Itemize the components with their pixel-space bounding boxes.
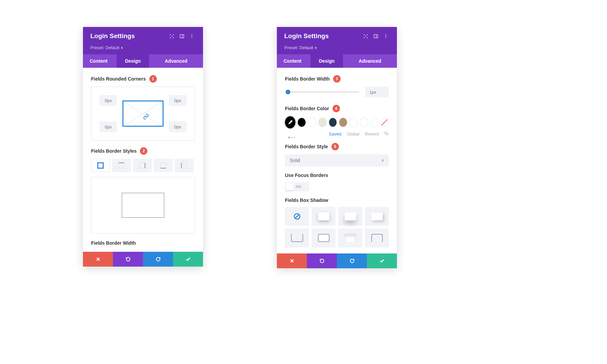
more-icon[interactable] bbox=[187, 32, 196, 40]
border-style-select[interactable]: Solid ▲▼ bbox=[285, 154, 389, 166]
preset-caret-icon: ▲▼ bbox=[121, 47, 123, 49]
toggle-label: NO bbox=[296, 185, 301, 189]
shadow-option[interactable] bbox=[312, 229, 336, 247]
svg-point-5 bbox=[192, 37, 192, 38]
color-swatch[interactable] bbox=[360, 118, 368, 127]
cancel-button[interactable] bbox=[83, 252, 113, 267]
color-swatch[interactable] bbox=[370, 118, 379, 127]
svg-rect-15 bbox=[181, 163, 187, 168]
shadow-option[interactable] bbox=[312, 207, 336, 226]
svg-point-0 bbox=[171, 36, 172, 37]
svg-point-20 bbox=[385, 34, 386, 35]
preset-selector[interactable]: Preset: Default ▲▼ bbox=[277, 45, 397, 54]
svg-line-24 bbox=[295, 214, 299, 219]
palette-tab-global[interactable]: Global bbox=[347, 131, 359, 136]
color-swatch[interactable] bbox=[349, 118, 358, 127]
corner-preview bbox=[122, 100, 164, 127]
label-text: Fields Border Style bbox=[285, 144, 328, 149]
label-text: Fields Rounded Corners bbox=[91, 76, 146, 82]
palette-tab-saved[interactable]: Saved bbox=[329, 131, 341, 136]
callout-4: 4 bbox=[333, 105, 340, 112]
corner-bottom-right-input[interactable]: 0px bbox=[169, 121, 186, 132]
callout-3: 3 bbox=[333, 75, 341, 83]
eyedropper-swatch[interactable] bbox=[285, 116, 295, 128]
login-settings-panel-right: Login Settings Preset: Default ▲▼ Conten… bbox=[277, 27, 397, 268]
color-swatch[interactable] bbox=[318, 118, 327, 127]
preset-selector[interactable]: Preset: Default ▲▼ bbox=[83, 45, 203, 54]
section-box-shadow: Fields Box Shadow bbox=[285, 198, 389, 203]
tab-advanced[interactable]: Advanced bbox=[343, 54, 397, 68]
redo-button[interactable] bbox=[143, 252, 173, 267]
border-style-all[interactable] bbox=[91, 159, 110, 172]
border-style-bottom[interactable] bbox=[154, 159, 173, 172]
tab-content[interactable]: Content bbox=[83, 54, 117, 68]
sidebar-icon[interactable] bbox=[371, 32, 380, 40]
color-swatch[interactable] bbox=[329, 118, 337, 127]
svg-rect-18 bbox=[374, 34, 377, 38]
box-shadow-options bbox=[285, 207, 389, 247]
border-style-right[interactable] bbox=[133, 159, 152, 172]
panel-header: Login Settings bbox=[277, 27, 397, 45]
select-value: Solid bbox=[290, 158, 300, 163]
slider-thumb[interactable] bbox=[286, 90, 290, 94]
save-button[interactable] bbox=[173, 252, 203, 267]
shadow-option-none[interactable] bbox=[285, 207, 309, 226]
border-width-slider[interactable] bbox=[285, 91, 359, 93]
tab-design[interactable]: Design bbox=[117, 54, 149, 68]
svg-rect-1 bbox=[180, 34, 183, 38]
panel-footer bbox=[83, 252, 203, 267]
panel-footer bbox=[277, 253, 397, 268]
shadow-option[interactable] bbox=[365, 207, 389, 226]
svg-point-22 bbox=[385, 37, 386, 38]
shadow-option[interactable] bbox=[338, 229, 362, 247]
callout-5: 5 bbox=[331, 143, 339, 150]
palette-settings-icon[interactable] bbox=[384, 131, 389, 137]
section-border-style: Fields Border Style 5 bbox=[285, 143, 389, 150]
redo-button[interactable] bbox=[337, 253, 367, 268]
border-width-input[interactable]: 1px bbox=[365, 87, 389, 97]
panel-body: Fields Rounded Corners 1 0px 0px 0px 0px… bbox=[83, 68, 203, 252]
border-style-options bbox=[91, 159, 195, 172]
color-swatch[interactable] bbox=[339, 118, 347, 127]
panel-header: Login Settings bbox=[83, 27, 203, 45]
palette-tab-recent[interactable]: Recent bbox=[365, 131, 379, 136]
tab-advanced[interactable]: Advanced bbox=[149, 54, 203, 68]
expand-icon[interactable] bbox=[361, 32, 370, 40]
label-text: Use Focus Borders bbox=[285, 173, 328, 178]
undo-button[interactable] bbox=[307, 253, 337, 268]
color-palette-tabs: Saved Global Recent bbox=[329, 131, 389, 137]
svg-rect-8 bbox=[98, 163, 103, 168]
svg-rect-11 bbox=[140, 163, 145, 168]
svg-point-3 bbox=[192, 34, 192, 35]
more-icon[interactable] bbox=[381, 32, 390, 40]
shadow-option[interactable] bbox=[338, 207, 362, 226]
tab-design[interactable]: Design bbox=[311, 54, 343, 68]
border-preview bbox=[91, 177, 195, 234]
corner-top-right-input[interactable]: 0px bbox=[169, 95, 186, 106]
save-button[interactable] bbox=[367, 253, 397, 268]
undo-button[interactable] bbox=[113, 252, 143, 267]
tabs: Content Design Advanced bbox=[83, 54, 203, 68]
sidebar-icon[interactable] bbox=[177, 32, 186, 40]
tabs: Content Design Advanced bbox=[277, 54, 397, 68]
header-icons bbox=[361, 32, 390, 40]
color-swatch[interactable] bbox=[308, 118, 316, 127]
color-swatch-transparent[interactable] bbox=[380, 118, 389, 127]
border-style-left[interactable] bbox=[175, 159, 194, 172]
shadow-option[interactable] bbox=[365, 229, 389, 247]
preset-caret-icon: ▲▼ bbox=[315, 47, 317, 49]
border-style-top[interactable] bbox=[112, 159, 131, 172]
palette-paging-dots[interactable] bbox=[288, 137, 295, 138]
tab-content[interactable]: Content bbox=[277, 54, 311, 68]
corner-bottom-left-input[interactable]: 0px bbox=[99, 121, 117, 132]
shadow-option[interactable] bbox=[285, 229, 309, 247]
preset-label: Preset: Default bbox=[284, 45, 313, 50]
cancel-button[interactable] bbox=[277, 253, 307, 268]
color-swatch[interactable] bbox=[297, 118, 306, 127]
focus-borders-toggle[interactable]: NO bbox=[285, 182, 309, 191]
section-border-color: Fields Border Color 4 bbox=[285, 105, 389, 112]
corner-top-left-input[interactable]: 0px bbox=[99, 95, 117, 106]
expand-icon[interactable] bbox=[167, 32, 176, 40]
preset-label: Preset: Default bbox=[90, 45, 119, 50]
svg-rect-9 bbox=[119, 163, 124, 168]
